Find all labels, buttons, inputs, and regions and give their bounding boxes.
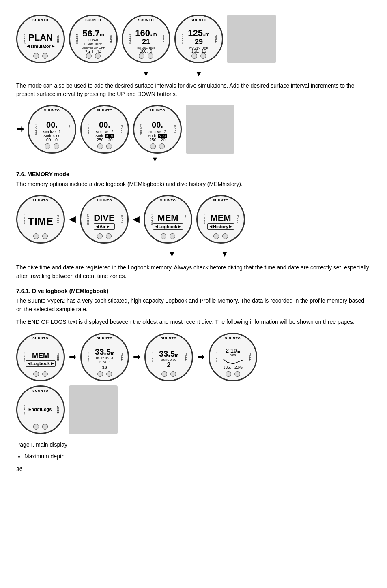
watch3-depth: 160.m xyxy=(135,29,157,38)
arrow-row-1: ▼ ▼ xyxy=(16,70,371,78)
watch-plan: SUUNTO SELECT MODE PLAN ◀simulator▶ xyxy=(16,15,65,63)
arrow-row-mem: ▼ ▼ xyxy=(16,250,371,259)
arrow-mem-log-down: ▼ xyxy=(148,250,196,259)
btn-lb2-down xyxy=(97,371,103,377)
btn-up-2 xyxy=(95,53,101,59)
watch-end-of-logs: SUUNTO SELECT MODE EndofLogs xyxy=(16,385,65,434)
mode-label-2: MODE xyxy=(110,35,112,43)
sim2-surft: Surft. 0:15 xyxy=(95,134,114,138)
time-label: TIME xyxy=(28,215,53,228)
watch4-depth: 125.m xyxy=(188,29,210,38)
watch1-menu: ◀simulator▶ xyxy=(25,43,56,49)
select-sim1: SELECT xyxy=(34,124,37,135)
btn-down-1 xyxy=(33,53,39,59)
btn-lb3-up xyxy=(170,371,176,377)
brand-lb2: SUUNTO xyxy=(97,336,113,340)
lb3-depth: 33.5m xyxy=(159,350,178,358)
para-logbook-desc: The dive time and date are registered in… xyxy=(16,263,371,280)
mode-sim3: MODE xyxy=(174,125,176,133)
watch-56: SUUNTO SELECT MODE 56.7m PO:ADRGBM 100%D… xyxy=(69,15,118,63)
btn-sim3-up xyxy=(159,143,165,149)
watch4-nodec: NO DEC TIME xyxy=(188,46,210,49)
sim1-label: simdive 1 xyxy=(43,130,60,134)
select-label-1: SELECT xyxy=(23,34,26,44)
watch-logbook-p2: SUUNTO SELECT MODE 33.5m Surft. 0:20 2 xyxy=(144,333,193,381)
lb4-depth: 2 10m xyxy=(223,348,243,353)
mode-eol: MODE xyxy=(57,406,59,414)
btn-lb4-down xyxy=(226,371,231,377)
arrow-left-1: ◀ xyxy=(69,214,76,225)
mode-lb3: MODE xyxy=(185,353,187,361)
para-logbook-detail-2: The END OF LOGS text is displayed betwee… xyxy=(16,318,371,326)
lb3-num: 2 xyxy=(159,361,178,369)
eol-text: EndofLogs xyxy=(28,407,53,417)
mem-logbook-menu: ◀Logbook▶ xyxy=(153,223,183,230)
sp-mem1 xyxy=(16,250,65,259)
sim3-surft: Surft. 3:00 xyxy=(148,134,167,138)
btn-lb2-up xyxy=(106,371,112,377)
sim1-bottom: 00. 0 xyxy=(43,138,60,142)
watch-logbook-main: SUUNTO SELECT MODE MEM ◀Logbook▶ xyxy=(16,333,65,381)
memory-intro: The memory options include a dive logboo… xyxy=(16,180,371,188)
mode-mem-log: MODE xyxy=(184,215,187,223)
btn-sim1-up xyxy=(54,143,59,149)
brand-label-2: SUUNTO xyxy=(85,18,101,22)
section-logbook-title: 7.6.1. Dive logbook (MEMlogbook) xyxy=(16,288,371,294)
bullet-max-depth: Maximum depth xyxy=(24,453,371,460)
watch1-main: PLAN xyxy=(25,32,56,43)
brand-label-4: SUUNTO xyxy=(191,18,207,22)
btn-mem-hist-down xyxy=(213,233,219,239)
sp2 xyxy=(78,155,127,164)
sp1 xyxy=(25,155,74,164)
select-time: SELECT xyxy=(23,214,26,225)
sp-arr1 xyxy=(69,250,78,259)
btn-lb1-down xyxy=(33,371,39,377)
section-memory-title: 7.6. MEMORY mode xyxy=(16,171,371,177)
btn-sim2-down xyxy=(97,143,103,149)
btn-dive-up xyxy=(106,233,112,239)
select-mem-hist: SELECT xyxy=(203,214,206,225)
sim3-bottom: 250. 20 xyxy=(148,138,167,142)
arrow-down-3: ▼ xyxy=(122,70,170,78)
select-lb4: SELECT xyxy=(215,352,218,362)
btn-up-3 xyxy=(148,53,153,59)
brand-label-3: SUUNTO xyxy=(138,18,154,22)
brand-sim2: SUUNTO xyxy=(97,109,113,112)
select-lb1: SELECT xyxy=(23,352,26,362)
arrow-spacer-1 xyxy=(16,70,65,78)
arrow-mem-hist-down: ▼ xyxy=(200,250,249,259)
watch2-info: PO:ADRGBM 100%DEEPSTOP OFF xyxy=(82,38,105,50)
para-sim-desc: The mode can also be used to add the des… xyxy=(16,81,371,98)
placeholder-box-3 xyxy=(69,385,118,434)
watch3-num: 21 xyxy=(135,38,157,46)
lb2-depth: 33.5m xyxy=(95,348,114,356)
dive-menu: ◀Air▶ xyxy=(94,223,114,230)
select-lb2: SELECT xyxy=(87,352,90,362)
lb3-surft: Surft. 0:20 xyxy=(159,358,178,361)
select-lb3: SELECT xyxy=(151,352,154,362)
arrow-sim3-down: ▼ xyxy=(131,155,179,164)
sim1-top: 00. xyxy=(43,120,60,130)
select-sim3: SELECT xyxy=(140,124,142,135)
brand-lb4: SUUNTO xyxy=(225,336,241,340)
sim2-label: simdive 2 xyxy=(95,130,114,134)
para-logbook-detail-1: The Suunto Vyper2 has a very sophisticat… xyxy=(16,297,371,314)
watch-logbook-p1: SUUNTO SELECT MODE 33.5m 06.12.06 A11:08… xyxy=(80,333,129,381)
lb1-mem: MEM xyxy=(26,352,56,360)
arrow-right-lb3: ➡ xyxy=(197,352,204,362)
watch4-bottom: 160. 16 xyxy=(188,49,210,53)
select-dive: SELECT xyxy=(87,214,89,225)
lb1-logbook-menu: ◀Logbook▶ xyxy=(26,360,56,367)
btn-eol-down xyxy=(33,424,39,430)
lb2-num: 12 xyxy=(95,365,114,370)
arrow-row-sim: ▼ xyxy=(25,155,371,164)
btn-sim3-down xyxy=(150,143,156,149)
btn-down-4 xyxy=(191,53,197,59)
lb2-date: 06.12.06 A11:08 1 xyxy=(95,356,114,365)
select-mem-log: SELECT xyxy=(150,214,153,225)
sp-arr2 xyxy=(135,250,144,259)
mode-time: MODE xyxy=(57,215,59,223)
watch-125: SUUNTO SELECT MODE 125.m 29 NO DEC TIME … xyxy=(174,15,223,63)
brand-time: SUUNTO xyxy=(32,199,49,202)
select-eol: SELECT xyxy=(23,404,26,415)
